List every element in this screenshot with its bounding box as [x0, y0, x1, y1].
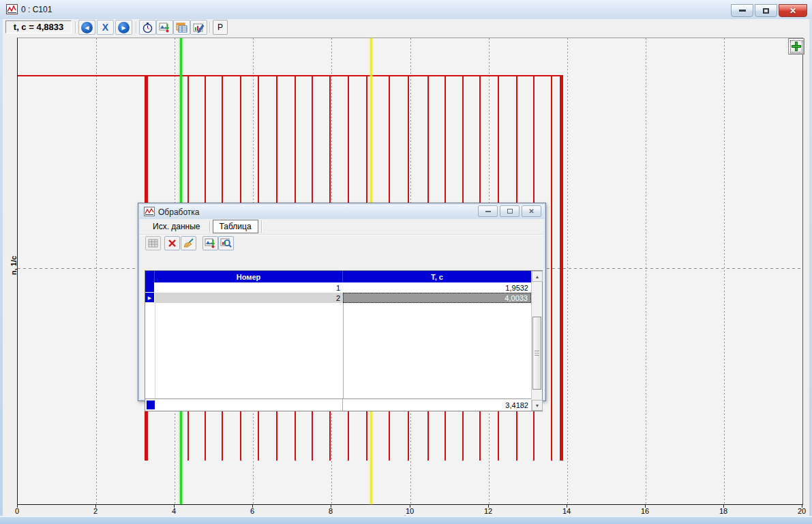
- scroll-up-button[interactable]: ▲: [532, 271, 543, 282]
- y-axis-label: n, 1/c: [10, 245, 18, 286]
- arrow-left-icon: ◄: [81, 22, 93, 33]
- tab-table[interactable]: Таблица: [213, 220, 258, 233]
- dialog-chart-icon: [144, 207, 155, 216]
- column-header-number[interactable]: Номер: [155, 271, 343, 282]
- close-icon: ✕: [790, 7, 796, 15]
- grid-button[interactable]: [145, 236, 161, 250]
- x-tick-label: 14: [562, 507, 571, 515]
- dialog-title: Обработка: [158, 207, 200, 217]
- window-border-right: [809, 19, 812, 524]
- scroll-down-button[interactable]: ▼: [532, 400, 543, 411]
- dialog-tabs: Исх. данныеТаблица: [140, 219, 544, 235]
- x-delete-icon: X: [102, 22, 108, 33]
- cell-number: 2: [155, 293, 343, 303]
- chart-pencil-icon: [193, 22, 205, 33]
- table-row[interactable]: ▶24,0033: [145, 293, 531, 303]
- footer-value: 3,4182: [343, 400, 528, 410]
- v-gridline: [567, 38, 568, 504]
- image-export-icon: [205, 237, 216, 249]
- v-gridline: [646, 38, 646, 504]
- minimize-icon: [739, 10, 746, 12]
- app-chart-icon: [6, 4, 18, 14]
- prev-mark-button[interactable]: ◄: [78, 20, 95, 35]
- grid-icon: [148, 239, 158, 248]
- x-tick-label: 16: [641, 507, 649, 515]
- footer-gutter-marker: [147, 401, 155, 409]
- next-mark-button[interactable]: ►: [115, 20, 132, 35]
- stopwatch-button[interactable]: [139, 20, 156, 35]
- pulse-mark: [551, 75, 552, 461]
- table-scrollbar[interactable]: ▲ ▼: [531, 271, 542, 411]
- broom-icon: [183, 238, 194, 248]
- cell-period: 1,9532: [343, 282, 531, 293]
- stopwatch-icon: [142, 22, 153, 33]
- delete-row-button[interactable]: [164, 236, 180, 250]
- table-row[interactable]: 11,9532: [145, 282, 531, 293]
- restore-icon: [763, 8, 769, 14]
- green-plus-icon: [792, 42, 801, 51]
- dialog-titlebar[interactable]: Обработка ✕: [140, 205, 544, 219]
- row-gutter: [145, 282, 155, 293]
- p-label: P: [217, 23, 223, 32]
- x-tick-label: 12: [484, 507, 492, 515]
- time-readout: t, c = 4,8833: [5, 20, 72, 33]
- chevron-down-icon: ▼: [535, 403, 540, 408]
- chart-magnifier-icon: [220, 237, 232, 249]
- current-row-marker: ▶: [148, 295, 151, 300]
- window-border-left: [0, 19, 3, 524]
- delete-mark-button[interactable]: X: [97, 20, 114, 35]
- table-window-button[interactable]: [173, 20, 190, 35]
- x-tick-label: 8: [329, 507, 333, 515]
- clear-button[interactable]: [181, 236, 196, 250]
- x-tick-label: 0: [15, 507, 19, 515]
- table-icon: [176, 22, 187, 33]
- p-button[interactable]: P: [213, 20, 228, 35]
- chevron-up-icon: ▲: [535, 274, 540, 279]
- pulse-mark: [560, 75, 563, 461]
- red-x-icon: [168, 239, 177, 248]
- export-image-button[interactable]: [156, 20, 173, 35]
- x-tick-label: 6: [250, 507, 254, 515]
- results-table: Номер Т, с 11,9532▶24,0033 3,4182 ▲ ▼: [145, 270, 543, 411]
- tab-separator: [209, 220, 210, 233]
- minimize-icon: [485, 211, 491, 212]
- x-tick-label: 20: [798, 507, 806, 515]
- scrollbar-thumb[interactable]: [532, 317, 541, 390]
- x-tick-label: 18: [719, 507, 727, 515]
- dialog-export-image-button[interactable]: [202, 236, 218, 250]
- toolbar-separator: [209, 21, 210, 33]
- x-tick-label: 2: [93, 507, 97, 515]
- cell-period: 4,0033: [343, 293, 531, 303]
- x-tick-label: 4: [172, 507, 176, 515]
- table-header: Номер Т, с: [145, 271, 531, 282]
- dialog-close-button[interactable]: ✕: [522, 205, 541, 217]
- header-gutter: [145, 271, 155, 282]
- tab-separator: [261, 220, 262, 233]
- column-header-period[interactable]: Т, с: [343, 271, 531, 282]
- dialog-restore-button[interactable]: [500, 205, 520, 217]
- restore-icon: [507, 209, 513, 214]
- arrow-right-icon: ►: [118, 22, 130, 33]
- close-button[interactable]: ✕: [779, 4, 807, 17]
- window-border-bottom: [0, 516, 812, 524]
- image-export-icon: [159, 22, 170, 33]
- thumb-grip-icon: [535, 351, 539, 355]
- tab-source-data[interactable]: Исх. данные: [147, 220, 207, 233]
- processing-dialog: Обработка ✕ Исх. данныеТаблица: [138, 203, 546, 401]
- table-body-rows: 11,9532▶24,0033: [145, 282, 531, 398]
- window-title: 0 : C101: [21, 5, 52, 14]
- v-gridline: [724, 38, 725, 504]
- zoom-button[interactable]: [788, 38, 805, 55]
- table-footer: 3,4182: [145, 398, 531, 411]
- dialog-body: Исх. данныеТаблица: [140, 219, 544, 399]
- window-titlebar: 0 : C101 ✕: [0, 0, 812, 20]
- v-gridline: [96, 38, 97, 504]
- close-icon: ✕: [528, 208, 534, 215]
- chart-zoom-button[interactable]: [218, 236, 234, 250]
- edit-chart-button[interactable]: [190, 20, 207, 35]
- minimize-button[interactable]: [731, 4, 753, 17]
- restore-button[interactable]: [755, 4, 777, 17]
- x-tick-label: 10: [406, 507, 414, 515]
- dialog-minimize-button[interactable]: [478, 205, 498, 217]
- toolbar-separator: [136, 21, 136, 33]
